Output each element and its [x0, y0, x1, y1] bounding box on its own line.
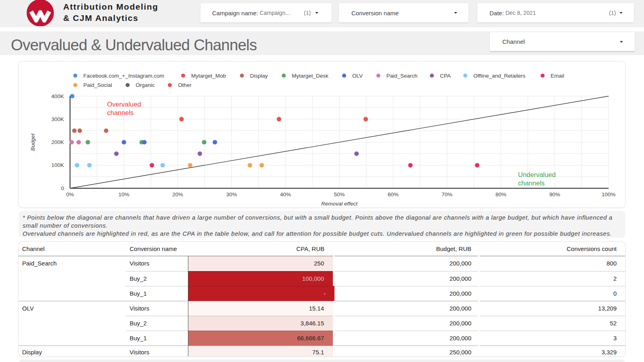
svg-text:100K: 100K [51, 162, 64, 168]
svg-text:Paid_Search: Paid_Search [386, 73, 417, 79]
svg-text:Display: Display [250, 73, 268, 79]
svg-text:90%: 90% [549, 191, 560, 197]
svg-text:Facebook.com_+_Instagram.com: Facebook.com_+_Instagram.com [83, 73, 164, 79]
svg-text:80%: 80% [495, 191, 506, 197]
svg-text:70%: 70% [442, 191, 452, 197]
svg-text:0: 0 [61, 185, 64, 191]
svg-text:20%: 20% [172, 191, 183, 197]
svg-text:Overvalued: Overvalued [107, 101, 141, 108]
svg-text:Other: Other [178, 82, 192, 88]
svg-text:50%: 50% [334, 191, 345, 197]
svg-text:30%: 30% [226, 191, 237, 197]
svg-text:OLV: OLV [352, 73, 363, 79]
svg-text:channels: channels [518, 179, 545, 187]
svg-text:300K: 300K [51, 116, 64, 122]
svg-text:CPA: CPA [440, 73, 451, 79]
svg-text:Removal effect: Removal effect [321, 201, 358, 207]
svg-text:Mytarget_Desk: Mytarget_Desk [292, 73, 328, 79]
svg-text:100%: 100% [602, 191, 616, 197]
svg-text:Undervalued: Undervalued [518, 171, 556, 178]
svg-text:40%: 40% [280, 191, 291, 197]
svg-text:Organic: Organic [136, 82, 155, 88]
svg-text:60%: 60% [388, 191, 398, 197]
svg-text:200K: 200K [51, 139, 64, 145]
svg-text:0%: 0% [66, 191, 74, 197]
svg-text:Paid_Social: Paid_Social [83, 82, 112, 88]
svg-text:Mytarget_Mob: Mytarget_Mob [191, 73, 226, 79]
svg-text:10%: 10% [118, 191, 129, 197]
svg-text:Email: Email [551, 73, 564, 79]
svg-text:Offline_and_Retailers: Offline_and_Retailers [473, 73, 526, 79]
svg-text:Budget: Budget [30, 133, 36, 151]
svg-text:channels: channels [107, 109, 134, 116]
svg-text:400K: 400K [51, 93, 64, 99]
